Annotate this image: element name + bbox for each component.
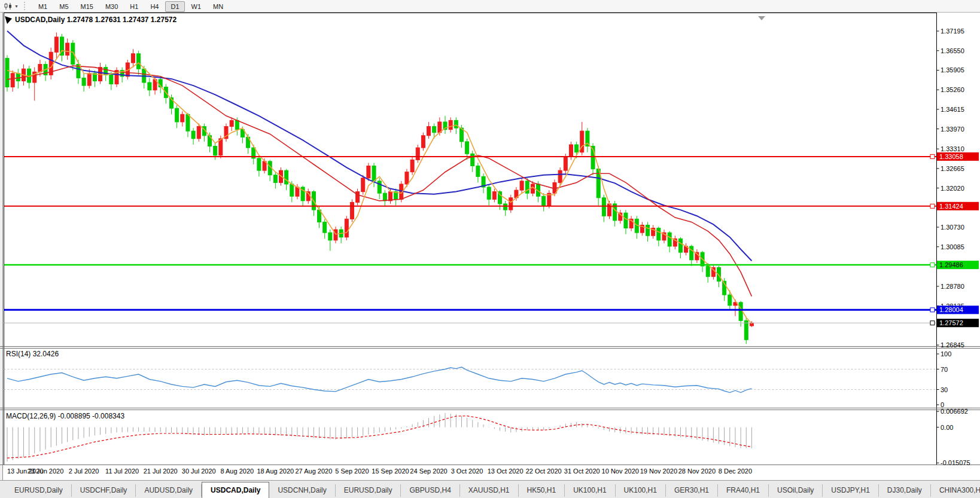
svg-text:30 Jul 2020: 30 Jul 2020 (182, 468, 216, 475)
svg-text:1.32665: 1.32665 (941, 165, 964, 172)
svg-text:1.35905: 1.35905 (941, 66, 964, 74)
tab-uk100-h1[interactable]: UK100,H1 (565, 484, 615, 497)
svg-text:30: 30 (941, 386, 948, 393)
current-price-tag: 1.27572 (930, 319, 979, 327)
svg-text:21 Jul 2020: 21 Jul 2020 (144, 468, 178, 475)
chart-shift-marker-icon[interactable] (758, 16, 765, 20)
tab-hk50-h1[interactable]: HK50,H1 (519, 484, 565, 497)
macd-axis: 0.0066920.00-0.015075 (937, 408, 970, 466)
timeframe-button-m1[interactable]: M1 (33, 1, 53, 12)
rsi-indicator-label: RSI(14) 32.0426 (6, 350, 59, 358)
svg-text:1.35260: 1.35260 (941, 86, 964, 93)
svg-text:-0.015075: -0.015075 (941, 459, 970, 466)
svg-text:18 Aug 2020: 18 Aug 2020 (257, 468, 294, 475)
svg-text:1.26845: 1.26845 (941, 341, 964, 349)
date-axis: 13 Jun 202023 Jun 20202 Jul 202011 Jul 2… (7, 468, 752, 475)
chart-canvas[interactable]: 1.371951.365501.359051.352601.346151.339… (0, 13, 980, 480)
svg-text:1.33310: 1.33310 (941, 145, 964, 152)
candles-layer (5, 32, 753, 344)
symbol-tab-bar: EURUSD,DailyUSDCHF,DailyAUDUSD,DailyUSDC… (0, 480, 980, 498)
tab-usdcad-daily[interactable]: USDCAD,Daily (202, 482, 269, 498)
svg-text:3 Oct 2020: 3 Oct 2020 (451, 468, 483, 475)
candlestick-chart-icon (4, 2, 13, 10)
svg-text:0.00: 0.00 (941, 424, 953, 431)
svg-text:10 Nov 2020: 10 Nov 2020 (602, 468, 639, 475)
svg-text:27 Aug 2020: 27 Aug 2020 (296, 468, 333, 475)
svg-text:100: 100 (941, 350, 951, 358)
timeframe-button-m5[interactable]: M5 (54, 1, 74, 12)
timeframe-button-h1[interactable]: H1 (124, 1, 144, 12)
svg-text:1.32020: 1.32020 (941, 185, 964, 192)
svg-text:15 Sep 2020: 15 Sep 2020 (372, 468, 409, 475)
hline-tag-1.33058: 1.33058 (930, 152, 979, 161)
price-axis: 1.371951.365501.359051.352601.346151.339… (937, 28, 964, 349)
chart-corner-arrow-icon (5, 16, 12, 24)
timeframe-buttons: M1M5M15M30H1H4D1W1MN (32, 1, 229, 11)
svg-text:1.28780: 1.28780 (941, 283, 964, 290)
svg-text:1.37195: 1.37195 (941, 28, 964, 35)
tab-usdchf-daily[interactable]: USDCHF,Daily (72, 484, 136, 497)
symbol-tabs: EURUSD,DailyUSDCHF,DailyAUDUSD,DailyUSDC… (6, 482, 980, 498)
timeframe-button-m30[interactable]: M30 (100, 1, 123, 12)
svg-text:22 Oct 2020: 22 Oct 2020 (526, 468, 562, 475)
svg-text:24 Sep 2020: 24 Sep 2020 (410, 468, 447, 475)
svg-text:31 Oct 2020: 31 Oct 2020 (564, 468, 600, 475)
svg-text:2 Jul 2020: 2 Jul 2020 (69, 468, 99, 475)
svg-text:70: 70 (941, 366, 948, 373)
rsi-axis: 10070300 (937, 350, 952, 408)
chevron-down-icon: ▼ (14, 4, 19, 8)
tab-usoil-daily[interactable]: USOil,Daily (769, 484, 823, 497)
svg-text:28 Nov 2020: 28 Nov 2020 (678, 468, 716, 475)
svg-text:23 Jun 2020: 23 Jun 2020 (28, 468, 64, 475)
tab-audusd-daily[interactable]: AUDUSD,Daily (136, 484, 202, 497)
trading-terminal-window: ▼ M1M5M15M30H1H4D1W1MN 1.371951.365501.3… (0, 0, 980, 498)
rsi-level-lines (4, 369, 937, 390)
tab-fra40-h1[interactable]: FRA40,H1 (718, 484, 769, 497)
timeframe-button-m15[interactable]: M15 (75, 1, 99, 12)
timeframe-toolbar: ▼ M1M5M15M30H1H4D1W1MN (0, 0, 980, 13)
svg-text:1.33058: 1.33058 (939, 153, 963, 160)
tab-xauusd-h1[interactable]: XAUUSD,H1 (460, 484, 519, 497)
svg-text:1.36550: 1.36550 (941, 47, 964, 54)
svg-text:11 Jul 2020: 11 Jul 2020 (105, 468, 139, 475)
svg-text:1.34615: 1.34615 (941, 106, 964, 113)
chart-title: USDCAD,Daily 1.27478 1.27631 1.27437 1.2… (15, 16, 176, 24)
toolbar-grip[interactable] (24, 2, 28, 10)
svg-text:1.28004: 1.28004 (939, 306, 963, 313)
tab-dj30-daily[interactable]: DJ30,Daily (879, 484, 931, 497)
svg-text:1.27572: 1.27572 (939, 319, 963, 326)
timeframe-button-d1[interactable]: D1 (165, 1, 184, 12)
svg-text:1.31424: 1.31424 (939, 203, 963, 210)
tab-china300-h1[interactable]: CHINA300,H1 (931, 484, 980, 497)
hline-tag-1.31424: 1.31424 (930, 202, 979, 210)
svg-text:13 Oct 2020: 13 Oct 2020 (488, 468, 524, 475)
tab-ger30-h1[interactable]: GER30,H1 (666, 484, 718, 497)
hline-tag-1.28004: 1.28004 (930, 305, 979, 314)
svg-text:1.30085: 1.30085 (941, 243, 964, 250)
tab-usdjpy-h1[interactable]: USDJPY,H1 (823, 484, 878, 497)
tab-eurusd-daily[interactable]: EURUSD,Daily (336, 484, 401, 497)
timeframe-button-w1[interactable]: W1 (186, 1, 207, 12)
svg-text:8 Aug 2020: 8 Aug 2020 (220, 468, 254, 475)
svg-text:0: 0 (941, 401, 944, 408)
tab-gbpusd-h4[interactable]: GBPUSD,H4 (401, 484, 459, 497)
chart-type-dropdown[interactable]: ▼ (2, 2, 20, 11)
tab-eurusd-daily[interactable]: EURUSD,Daily (6, 484, 72, 497)
svg-text:1.30730: 1.30730 (941, 224, 964, 231)
tab-uk100-h1[interactable]: UK100,H1 (616, 484, 666, 497)
panel-frames (0, 13, 980, 465)
svg-text:1.33970: 1.33970 (941, 126, 964, 133)
timeframe-button-mn[interactable]: MN (208, 1, 229, 12)
tab-usdcnh-daily[interactable]: USDCNH,Daily (269, 484, 335, 497)
svg-text:0.006692: 0.006692 (941, 408, 968, 415)
timeframe-button-h4[interactable]: H4 (145, 1, 164, 12)
svg-text:8 Dec 2020: 8 Dec 2020 (719, 468, 752, 475)
macd-signal-line (7, 416, 751, 458)
svg-text:5 Sep 2020: 5 Sep 2020 (335, 468, 369, 475)
rsi-line (7, 367, 751, 393)
svg-text:19 Nov 2020: 19 Nov 2020 (640, 468, 677, 475)
hline-tag-1.29486: 1.29486 (930, 261, 979, 269)
svg-text:1.29486: 1.29486 (939, 261, 963, 268)
macd-indicator-label: MACD(12,26,9) -0.008895 -0.008343 (6, 412, 124, 420)
